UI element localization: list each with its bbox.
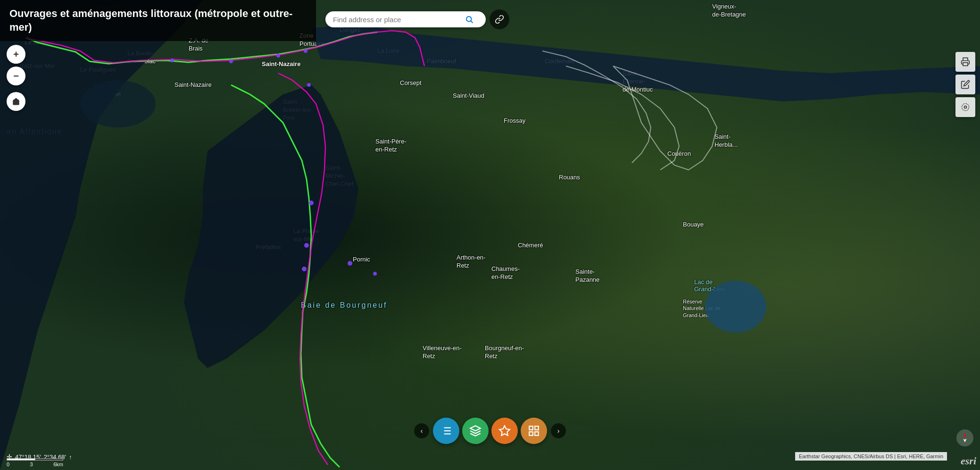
print-button[interactable] — [955, 52, 975, 72]
label-saint-nazaire: Saint-Nazaire — [262, 60, 300, 67]
toolbar-list-button[interactable] — [433, 418, 459, 444]
search-input[interactable] — [333, 16, 465, 24]
edit-button[interactable] — [955, 75, 975, 94]
svg-marker-29 — [963, 434, 966, 437]
svg-marker-24 — [499, 426, 510, 436]
map-background — [0, 0, 980, 470]
toolbar-layers-button[interactable] — [462, 418, 489, 444]
scale-6km: 6km — [53, 462, 63, 467]
svg-marker-23 — [470, 426, 481, 431]
header-bar: Ouvrages et aménagements littoraux (métr… — [0, 0, 316, 41]
label-vigneux: Vigneux-de-Bretagne — [712, 3, 746, 19]
toolbar-next-button[interactable]: › — [551, 423, 566, 438]
toolbar-bookmark-button[interactable] — [491, 418, 518, 444]
svg-rect-27 — [529, 432, 533, 436]
page-title: Ouvrages et aménagements littoraux (métr… — [9, 7, 307, 34]
label-la-loire: La Loire — [377, 47, 399, 54]
label-baie-bourgneuf: Baie de Bourgneuf — [301, 301, 388, 310]
zoom-in-button[interactable]: + — [7, 45, 25, 64]
label-saint-etienne: Saint-Étienne-de-Montluc — [623, 70, 653, 94]
label-pornic: Pornic — [353, 256, 370, 263]
label-le-pouliguen: Le Pouliguen — [80, 66, 116, 73]
label-saint-herbla: Saint-Herbla... — [714, 133, 738, 149]
svg-rect-26 — [535, 426, 539, 430]
label-cordemais: Cordemais — [545, 58, 574, 65]
scale-0: 0 — [7, 462, 9, 467]
compass-button[interactable] — [956, 429, 973, 446]
toolbar-grid-button[interactable] — [521, 418, 547, 444]
svg-rect-14 — [963, 63, 968, 66]
right-controls — [955, 52, 975, 117]
search-input-wrapper — [325, 11, 486, 27]
basemap-button[interactable] — [955, 97, 975, 117]
scale-3: 3 — [30, 462, 33, 467]
label-ocean: an Atlantique — [7, 127, 63, 136]
label-saint-michel: Saint-Michel-Chef-Chef — [325, 164, 353, 188]
label-chemere: Chémeré — [518, 242, 543, 249]
svg-marker-30 — [963, 439, 966, 442]
label-la-plaine: La Plaine-sur-Mer — [293, 227, 321, 243]
label-saint-brevin: Saint-Brevin-les-Pins — [283, 98, 312, 122]
toolbar-icons — [433, 418, 547, 444]
svg-point-16 — [962, 104, 969, 111]
label-frossay: Frossay — [504, 117, 525, 124]
zoom-controls: + − — [7, 45, 25, 111]
label-arthon: Arthon-en-Retz — [457, 254, 485, 270]
link-button[interactable] — [490, 9, 509, 29]
map-container[interactable]: Guérande Le Croisic Batz-sur-Mer Le Poul… — [0, 0, 980, 470]
label-saint-viaud: Saint-Viaud — [453, 92, 484, 99]
svg-rect-25 — [529, 426, 533, 430]
label-reserve: RéserveNaturelle Lac deGrand-Lieu — [683, 298, 721, 319]
home-button[interactable] — [7, 92, 25, 111]
label-corsept: Corsept — [400, 79, 422, 86]
label-baie-pouliguen: Baie duPouliguen — [93, 83, 121, 99]
label-pornichet: Saint-Nazaire — [174, 81, 212, 88]
toolbar-prev-button[interactable]: ‹ — [414, 423, 429, 438]
label-la-baule: La Baule-Escoublac — [127, 50, 156, 66]
label-lac-grand-lieu: Lac deGrand-Lieu — [694, 278, 725, 293]
zoom-out-button[interactable]: − — [7, 67, 25, 85]
search-button[interactable] — [465, 15, 473, 24]
label-sainte-pazanne: Sainte-Pazanne — [575, 268, 599, 284]
search-container — [325, 9, 509, 29]
label-rouans: Rouans — [559, 174, 580, 181]
coord-arrow: ↑ — [69, 453, 72, 461]
svg-point-15 — [964, 106, 967, 109]
svg-point-12 — [466, 17, 472, 22]
label-saint-pere: Saint-Père-en-Retz — [375, 138, 407, 154]
label-coueron: Couëron — [667, 150, 691, 157]
label-bourgneuf: Bourgneuf-en-Retz — [485, 344, 524, 361]
label-bouaye: Bouaye — [683, 221, 704, 228]
bottom-toolbar: ‹ — [414, 418, 566, 444]
svg-rect-28 — [535, 432, 539, 436]
label-paimboeuf: Paimboeuf — [427, 58, 456, 65]
attribution: Earthstar Geographics, CNES/Airbus DS | … — [795, 452, 947, 461]
scale-bar: 0 3 6km — [7, 458, 63, 467]
svg-line-13 — [471, 21, 473, 23]
label-villeneuve: Villeneuve-en-Retz — [423, 344, 462, 361]
esri-logo: esri — [961, 455, 976, 467]
label-chaumes: Chaumes-en-Retz — [491, 265, 520, 281]
label-prefailles: Préfailles — [256, 243, 281, 251]
